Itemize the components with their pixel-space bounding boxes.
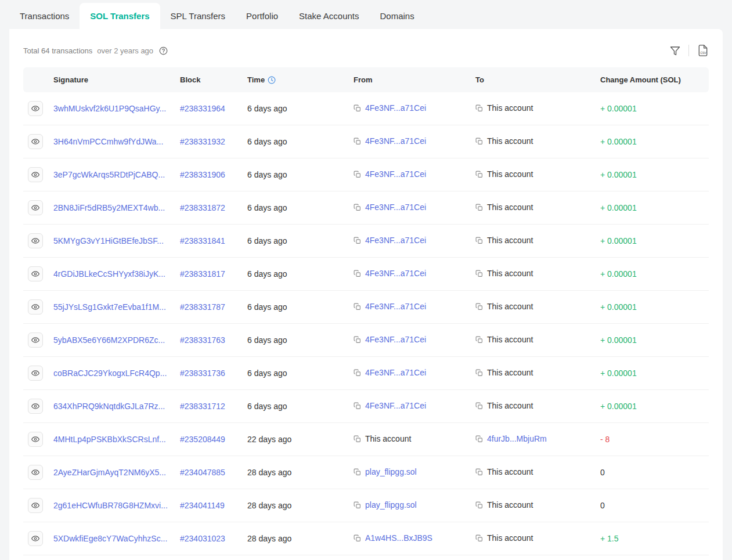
copy-icon[interactable]	[475, 534, 483, 542]
block-link[interactable]: #234031023	[180, 534, 225, 543]
copy-icon[interactable]	[475, 336, 483, 344]
copy-icon[interactable]	[354, 468, 361, 476]
preview-transaction-button[interactable]	[28, 200, 43, 215]
block-link[interactable]: #238331817	[180, 269, 225, 279]
block-link[interactable]: #234047885	[180, 468, 225, 477]
signature-link[interactable]: 3H64nVmPCCmhw9fYdJWa...	[53, 137, 163, 146]
preview-transaction-button[interactable]	[28, 498, 43, 513]
tab-stake-accounts[interactable]: Stake Accounts	[289, 3, 369, 29]
copy-icon[interactable]	[475, 369, 483, 377]
copy-icon[interactable]	[354, 303, 361, 310]
copy-icon[interactable]	[354, 534, 361, 542]
filter-button[interactable]	[670, 45, 680, 56]
preview-transaction-button[interactable]	[28, 167, 43, 182]
preview-transaction-button[interactable]	[28, 399, 43, 414]
copy-icon[interactable]	[354, 369, 361, 377]
signature-link[interactable]: 5KMYgG3vY1HiGtBEfeJbSF...	[53, 236, 164, 245]
copy-icon[interactable]	[354, 501, 361, 509]
preview-transaction-button[interactable]	[28, 333, 43, 348]
signature-link[interactable]: 3eP7gcWkArqs5RDtPjCABQ...	[53, 170, 165, 179]
preview-transaction-button[interactable]	[28, 233, 43, 248]
to-address[interactable]: This account	[487, 368, 533, 377]
from-address[interactable]: 4Fe3NF...a71Cei	[365, 236, 426, 245]
block-link[interactable]: #238331712	[180, 402, 225, 411]
from-address[interactable]: 4Fe3NF...a71Cei	[365, 136, 426, 146]
preview-transaction-button[interactable]	[28, 299, 43, 315]
signature-link[interactable]: 5ybABX5e6Y66M2XPDR6Zc...	[53, 335, 165, 345]
from-address[interactable]: 4Fe3NF...a71Cei	[365, 269, 426, 278]
to-address[interactable]: This account	[487, 335, 533, 344]
to-address[interactable]: This account	[487, 533, 533, 543]
preview-transaction-button[interactable]	[28, 266, 43, 281]
block-link[interactable]: #238331872	[180, 203, 225, 212]
to-address[interactable]: 4furJb...MbjuRm	[487, 434, 547, 443]
from-address[interactable]: play_flipgg.sol	[365, 467, 417, 476]
copy-icon[interactable]	[354, 336, 361, 344]
tab-portfolio[interactable]: Portfolio	[236, 3, 289, 29]
to-address[interactable]: This account	[487, 500, 533, 510]
tab-sol-transfers[interactable]: SOL Transfers	[80, 3, 160, 29]
preview-transaction-button[interactable]	[28, 134, 43, 149]
to-address[interactable]: This account	[487, 401, 533, 410]
to-address[interactable]: This account	[487, 269, 533, 278]
from-address[interactable]: 4Fe3NF...a71Cei	[365, 169, 426, 179]
signature-link[interactable]: 2BN8JiFr5dRB5y2MEXT4wb...	[53, 203, 165, 212]
copy-icon[interactable]	[475, 468, 483, 476]
from-address[interactable]: 4Fe3NF...a71Cei	[365, 401, 426, 410]
to-address[interactable]: This account	[487, 467, 533, 476]
copy-icon[interactable]	[475, 237, 483, 244]
time-column-header[interactable]: Time	[243, 67, 349, 92]
block-link[interactable]: #238331763	[180, 335, 225, 345]
to-address[interactable]: This account	[487, 302, 533, 311]
block-link[interactable]: #238331736	[180, 368, 225, 378]
copy-icon[interactable]	[475, 303, 483, 310]
signature-link[interactable]: 634XhPRQ9kNqtdkGJLa7Rz...	[53, 402, 165, 411]
block-link[interactable]: #234041149	[180, 501, 225, 510]
preview-transaction-button[interactable]	[28, 101, 43, 116]
signature-link[interactable]: 4rGDiJBLkeCcSHYyxf38iJyK...	[53, 269, 165, 279]
to-address[interactable]: This account	[487, 236, 533, 245]
copy-icon[interactable]	[475, 435, 483, 443]
block-link[interactable]: #238331841	[180, 236, 225, 245]
copy-icon[interactable]	[475, 270, 483, 277]
copy-icon[interactable]	[475, 501, 483, 509]
from-address[interactable]: 4Fe3NF...a71Cei	[365, 335, 426, 344]
to-address[interactable]: This account	[487, 169, 533, 179]
block-link[interactable]: #238331932	[180, 137, 225, 146]
signature-link[interactable]: 4MHtLp4pPSKBbXkSCRsLnf...	[53, 435, 166, 444]
copy-icon[interactable]	[354, 237, 361, 244]
signature-link[interactable]: 55jJYsLSg1Gxkt7eEvba1f1M...	[53, 302, 166, 312]
copy-icon[interactable]	[475, 104, 483, 112]
tab-spl-transfers[interactable]: SPL Transfers	[160, 3, 236, 29]
copy-icon[interactable]	[354, 138, 361, 145]
copy-icon[interactable]	[475, 171, 483, 178]
to-address[interactable]: This account	[487, 203, 533, 212]
copy-icon[interactable]	[354, 204, 361, 211]
from-address[interactable]: 4Fe3NF...a71Cei	[365, 302, 426, 311]
copy-icon[interactable]	[475, 402, 483, 410]
copy-icon[interactable]	[354, 435, 361, 443]
copy-icon[interactable]	[354, 171, 361, 178]
copy-icon[interactable]	[354, 270, 361, 277]
to-address[interactable]: This account	[487, 136, 533, 146]
copy-icon[interactable]	[475, 138, 483, 145]
copy-icon[interactable]	[354, 104, 361, 112]
signature-link[interactable]: 2g61eHCWfuBR78G8HZMxvi...	[53, 501, 168, 510]
block-link[interactable]: #238331906	[180, 170, 225, 179]
clock-icon[interactable]	[268, 76, 276, 84]
preview-transaction-button[interactable]	[28, 531, 43, 546]
help-icon[interactable]	[159, 46, 168, 55]
from-address[interactable]: play_flipgg.sol	[365, 500, 417, 510]
from-address[interactable]: 4Fe3NF...a71Cei	[365, 203, 426, 212]
to-address[interactable]: This account	[487, 103, 533, 113]
tab-transactions[interactable]: Transactions	[9, 3, 80, 29]
copy-icon[interactable]	[354, 402, 361, 410]
signature-link[interactable]: 5XDwkfiEge8cY7WaCyhhzSc...	[53, 534, 167, 543]
from-address[interactable]: A1w4HS...BxJB9S	[365, 533, 432, 543]
preview-transaction-button[interactable]	[28, 432, 43, 447]
preview-transaction-button[interactable]	[28, 366, 43, 381]
block-link[interactable]: #238331787	[180, 302, 225, 312]
block-link[interactable]: #235208449	[180, 435, 225, 444]
copy-icon[interactable]	[475, 204, 483, 211]
export-csv-button[interactable]: CSV	[697, 44, 709, 57]
